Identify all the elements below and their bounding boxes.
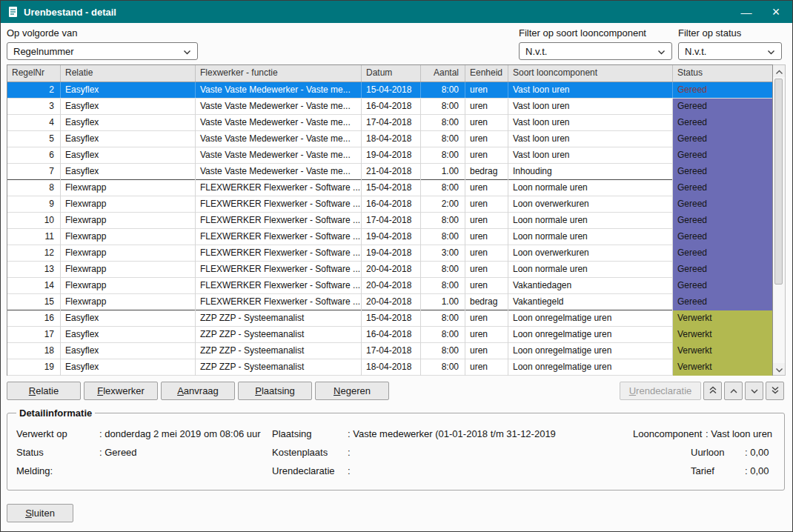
bottom-bar: Sluiten	[7, 504, 786, 522]
column-header[interactable]: Eenheid	[465, 65, 508, 82]
chevron-up-icon	[775, 64, 783, 78]
table-row[interactable]: 10FlexwrappFLEXWERKER Flexwerker - Softw…	[7, 213, 772, 229]
scrollbar-track[interactable]	[773, 77, 785, 363]
cell-eenheid: uren	[465, 310, 508, 327]
cell-regelnr: 16	[7, 310, 61, 327]
flexwerker-button[interactable]: Flexwerker	[84, 382, 158, 400]
filter-status-select[interactable]: N.v.t.	[678, 42, 782, 60]
table-body: 2EasyflexVaste Vaste Medewerker - Vaste …	[7, 82, 772, 376]
cell-eenheid: bedrag	[465, 294, 508, 310]
status-value: : Gereed	[99, 447, 137, 458]
scroll-up-button[interactable]	[773, 65, 785, 77]
urendeclaratie-label: Urendeclaratie	[272, 465, 348, 476]
column-header[interactable]: RegelNr	[7, 65, 61, 82]
cell-component: Loon normale uren	[508, 180, 673, 196]
cell-aantal: 8:00	[421, 359, 465, 376]
table-row[interactable]: 8FlexwrappFLEXWERKER Flexwerker - Softwa…	[7, 180, 772, 196]
scroll-down-button[interactable]	[773, 363, 785, 375]
cell-status: Gereed	[673, 99, 772, 115]
cell-relatie: Easyflex	[61, 359, 196, 376]
column-header[interactable]: Status	[673, 65, 772, 82]
cell-status: Gereed	[673, 229, 772, 245]
table-row[interactable]: 2EasyflexVaste Vaste Medewerker - Vaste …	[7, 82, 772, 99]
cell-regelnr: 14	[7, 278, 61, 294]
cell-flexwerker: ZZP ZZP - Systeemanalist	[196, 343, 362, 359]
cell-datum: 16-04-2018	[362, 196, 421, 213]
vertical-scrollbar[interactable]	[773, 64, 786, 376]
cell-regelnr: 6	[7, 147, 61, 164]
cell-eenheid: bedrag	[465, 164, 508, 180]
column-header[interactable]: Relatie	[61, 65, 196, 82]
cell-regelnr: 18	[7, 343, 61, 359]
cell-aantal: 8:00	[421, 278, 465, 294]
cell-regelnr: 11	[7, 229, 61, 245]
relatie-button[interactable]: Relatie	[7, 382, 81, 400]
table-row[interactable]: 6EasyflexVaste Vaste Medewerker - Vaste …	[7, 147, 772, 164]
last-row-button[interactable]	[766, 382, 784, 400]
chevron-down-icon	[750, 385, 759, 396]
cell-relatie: Flexwrapp	[61, 262, 196, 278]
minimize-button[interactable]: —	[731, 1, 761, 23]
column-header[interactable]: Datum	[362, 65, 421, 82]
cell-datum: 20-04-2018	[362, 262, 421, 278]
tarief-value: : 0,00	[745, 465, 769, 476]
cell-component: Loon normale uren	[508, 262, 673, 278]
cell-component: Loon overwerkuren	[508, 245, 673, 262]
cell-component: Loon normale uren	[508, 213, 673, 229]
table-row[interactable]: 11FlexwrappFLEXWERKER Flexwerker - Softw…	[7, 229, 772, 245]
cell-aantal: 8:00	[421, 310, 465, 327]
cell-status: Gereed	[673, 131, 772, 147]
cell-component: Vakantiedagen	[508, 278, 673, 294]
column-header[interactable]: Soort looncomponent	[508, 65, 673, 82]
table-row[interactable]: 13FlexwrappFLEXWERKER Flexwerker - Softw…	[7, 262, 772, 278]
table-row[interactable]: 5EasyflexVaste Vaste Medewerker - Vaste …	[7, 131, 772, 147]
cell-aantal: 8:00	[421, 213, 465, 229]
table-row[interactable]: 18EasyflexZZP ZZP - Systeemanalist17-04-…	[7, 343, 772, 359]
column-header[interactable]: Aantal	[421, 65, 465, 82]
double-chevron-up-icon	[709, 385, 717, 396]
first-row-button[interactable]	[703, 382, 722, 400]
cell-datum: 17-04-2018	[362, 343, 421, 359]
urenbestand-detail-window: Urenbestand - detail — × Op volgorde van…	[0, 0, 793, 532]
table-row[interactable]: 19EasyflexZZP ZZP - Systeemanalist18-04-…	[7, 359, 772, 376]
table-row[interactable]: 3EasyflexVaste Vaste Medewerker - Vaste …	[7, 99, 772, 115]
table-row[interactable]: 14FlexwrappFLEXWERKER Flexwerker - Softw…	[7, 278, 772, 294]
uurloon-value: : 0,00	[745, 447, 769, 458]
previous-row-button[interactable]	[724, 382, 743, 400]
cell-relatie: Flexwrapp	[61, 278, 196, 294]
cell-regelnr: 4	[7, 115, 61, 131]
column-header[interactable]: Flexwerker - functie	[196, 65, 362, 82]
cell-status: Verwerkt	[673, 359, 772, 376]
cell-datum: 21-04-2018	[362, 164, 421, 180]
table-row[interactable]: 16EasyflexZZP ZZP - Systeemanalist15-04-…	[7, 310, 772, 327]
cell-eenheid: uren	[465, 213, 508, 229]
table-row[interactable]: 7EasyflexVaste Vaste Medewerker - Vaste …	[7, 164, 772, 180]
cell-datum: 15-04-2018	[362, 82, 421, 99]
next-row-button[interactable]	[745, 382, 763, 400]
sort-select[interactable]: Regelnummer	[7, 42, 198, 60]
cell-aantal: 8:00	[421, 327, 465, 343]
table-row[interactable]: 9FlexwrappFLEXWERKER Flexwerker - Softwa…	[7, 196, 772, 213]
cell-flexwerker: FLEXWERKER Flexwerker - Software ...	[196, 245, 362, 262]
table-row[interactable]: 4EasyflexVaste Vaste Medewerker - Vaste …	[7, 115, 772, 131]
looncomponent-label: Looncomponent	[633, 428, 706, 439]
table-row[interactable]: 17EasyflexZZP ZZP - Systeemanalist16-04-…	[7, 327, 772, 343]
cell-status: Gereed	[673, 262, 772, 278]
kostenplaats-label: Kostenplaats	[272, 447, 348, 458]
cell-eenheid: uren	[465, 115, 508, 131]
sluiten-button[interactable]: Sluiten	[7, 504, 73, 522]
cell-flexwerker: Vaste Vaste Medewerker - Vaste me...	[196, 147, 362, 164]
table-row[interactable]: 12FlexwrappFLEXWERKER Flexwerker - Softw…	[7, 245, 772, 262]
cell-component: Inhouding	[508, 164, 673, 180]
scrollbar-thumb[interactable]	[774, 79, 783, 285]
close-button[interactable]: ×	[761, 1, 791, 23]
plaatsing-button[interactable]: Plaatsing	[238, 382, 312, 400]
table-row[interactable]: 15FlexwrappFLEXWERKER Flexwerker - Softw…	[7, 294, 772, 310]
cell-eenheid: uren	[465, 196, 508, 213]
cell-status: Verwerkt	[673, 343, 772, 359]
urendeclaratie-button[interactable]: Urendeclaratie	[620, 382, 701, 400]
aanvraag-button[interactable]: Aanvraag	[161, 382, 235, 400]
filter-component-select[interactable]: N.v.t.	[519, 42, 672, 60]
plaatsing-value: : Vaste medewerker (01-01-2018 t/m 31-12…	[348, 428, 556, 439]
negeren-button[interactable]: Negeren	[315, 382, 389, 400]
